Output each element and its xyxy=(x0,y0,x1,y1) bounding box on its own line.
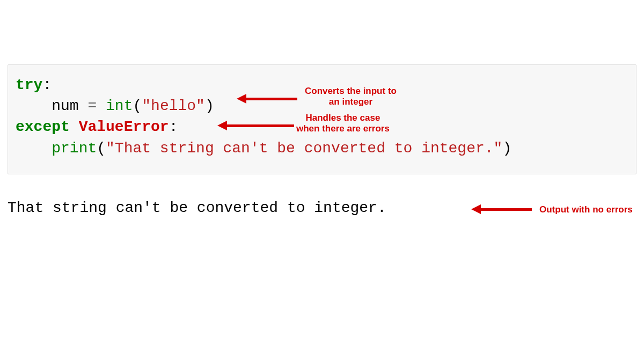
output-text: That string can't be converted to intege… xyxy=(8,200,386,216)
open-paren: ( xyxy=(133,98,142,114)
colon: : xyxy=(169,119,178,135)
arrow-head-icon xyxy=(471,204,481,214)
string-hello: "hello" xyxy=(142,98,205,114)
annotation-line-2: when there are errors xyxy=(296,123,390,134)
annotation-line-1: Handles the case xyxy=(296,113,390,123)
colon: : xyxy=(42,77,52,93)
annotation-output: Output with no errors xyxy=(539,204,633,215)
code-line-4: print("That string can't be converted to… xyxy=(16,138,628,159)
annotation-convert: Converts the input to an integer xyxy=(305,86,397,108)
arrow-line xyxy=(246,98,297,100)
close-paren: ) xyxy=(205,98,214,114)
except-keyword: except xyxy=(16,119,70,135)
open-paren: ( xyxy=(97,140,106,157)
annotation-line-1: Converts the input to xyxy=(305,86,397,97)
equals-operator: = xyxy=(79,98,106,114)
annotation-line-2: an integer xyxy=(305,97,397,107)
annotation-line-1: Output with no errors xyxy=(539,204,633,215)
arrow-head-icon xyxy=(217,121,227,130)
indent xyxy=(16,140,52,157)
valueerror-exception: ValueError xyxy=(79,119,169,135)
print-function: print xyxy=(52,140,97,157)
string-message: "That string can't be converted to integ… xyxy=(106,140,502,157)
arrow-line xyxy=(227,124,294,127)
arrow-line xyxy=(481,208,532,211)
space xyxy=(70,119,79,135)
close-paren: ) xyxy=(502,140,511,157)
annotation-handles: Handles the case when there are errors xyxy=(296,113,390,135)
indent xyxy=(16,98,52,114)
arrow-output xyxy=(471,204,532,214)
variable-num: num xyxy=(52,98,78,114)
arrow-head-icon xyxy=(237,94,246,104)
try-keyword: try xyxy=(16,77,42,93)
arrow-handles xyxy=(217,121,294,130)
arrow-convert xyxy=(237,94,297,104)
int-function: int xyxy=(106,98,133,114)
